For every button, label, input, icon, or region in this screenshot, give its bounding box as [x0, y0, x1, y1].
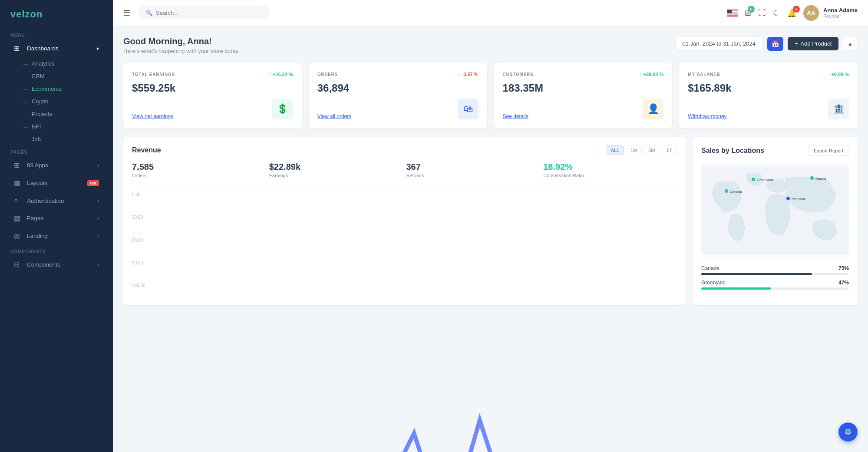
- gear-icon: ⚙: [845, 427, 851, 437]
- svg-point-13: [725, 189, 728, 193]
- avatar-initials: AA: [807, 10, 815, 16]
- user-avatar-button[interactable]: AA Anna Adame Founder: [803, 5, 858, 21]
- earnings-label: Earnings: [269, 173, 403, 178]
- stat-link-earnings[interactable]: View net earnings: [132, 113, 173, 119]
- location-name-greenland: Greenland: [701, 280, 726, 286]
- revenue-card: Revenue ALL 1M 6M 1Y 7,585 Orders $22.89…: [123, 137, 686, 305]
- svg-rect-5: [727, 14, 738, 15]
- stat-cards-grid: TOTAL EARNINGS ↑ +16.24 % $559.25k View …: [123, 63, 858, 128]
- location-stat-canada: Canada 75%: [701, 265, 849, 275]
- layouts-icon: ▦: [14, 179, 23, 187]
- dark-mode-icon[interactable]: ☾: [773, 8, 780, 18]
- revenue-chart: 120.00 90.00 60.00 30.00 0.00: [132, 192, 677, 297]
- pages-icon: ▤: [14, 214, 23, 222]
- sidebar-item-label: Authentication: [27, 198, 64, 204]
- sidebar-sub-crypto[interactable]: Crypto: [0, 95, 113, 108]
- world-map: Greenland Russia Canada Palestine: [701, 163, 849, 258]
- sidebar-item-apps[interactable]: ⊞ 88 Apps ›: [3, 157, 109, 174]
- location-stat-greenland: Greenland 47%: [701, 280, 849, 290]
- stat-value-orders: 36,894: [317, 82, 479, 94]
- menu-toggle-icon[interactable]: ☰: [123, 8, 130, 18]
- language-flag[interactable]: [727, 10, 738, 16]
- period-1y[interactable]: 1Y: [662, 145, 677, 155]
- revenue-stats: 7,585 Orders $22.89k Earnings 367 Refund…: [132, 162, 677, 185]
- stat-value-earnings: $559.25k: [132, 82, 293, 94]
- location-track-greenland: [701, 287, 849, 290]
- chevron-right-icon: ›: [97, 262, 99, 268]
- sidebar: velzon MENU ⊞ Dashboards ▾ Analytics CRM…: [0, 0, 113, 452]
- export-report-button[interactable]: Export Report: [808, 145, 849, 156]
- pages-section-label: PAGES: [0, 145, 113, 156]
- location-pct-greenland: 47%: [838, 280, 849, 286]
- sidebar-item-dashboards[interactable]: ⊞ Dashboards ▾: [3, 40, 109, 57]
- search-input[interactable]: [156, 10, 263, 16]
- stat-link-orders[interactable]: View all orders: [317, 113, 351, 119]
- apps-grid-icon[interactable]: ⊞ 5: [745, 8, 751, 18]
- svg-rect-6: [727, 15, 738, 16]
- user-role: Founder: [823, 13, 858, 19]
- settings-fab[interactable]: ⚙: [838, 422, 858, 442]
- logo: velzon: [0, 0, 113, 29]
- sidebar-item-components[interactable]: ⊟ Components ›: [3, 256, 109, 273]
- chart-y-axis: 120.00 90.00 60.00 30.00 0.00: [132, 192, 149, 288]
- expand-button[interactable]: ▲: [843, 37, 858, 51]
- sidebar-sub-crm[interactable]: CRM: [0, 70, 113, 82]
- location-fill-canada: [701, 273, 812, 275]
- stat-icon-earnings: 💲: [272, 99, 293, 119]
- date-range-text: 01 Jan, 2024 to 31 Jan, 2024: [683, 40, 756, 47]
- stat-label-balance: MY BALANCE: [688, 72, 720, 77]
- chevron-right-icon: ›: [97, 233, 99, 239]
- sidebar-sub-nft[interactable]: NFT: [0, 120, 113, 133]
- stat-value-customers: 183.35M: [503, 82, 664, 94]
- location-card: Sales by Locations Export Report: [693, 137, 858, 305]
- notifications-icon[interactable]: 🔔 3: [787, 8, 796, 18]
- sidebar-item-layouts[interactable]: ▦ Layouts Hot: [3, 175, 109, 191]
- components-icon: ⊟: [14, 261, 23, 269]
- page-title-block: Good Morning, Anna! Here's what's happen…: [123, 36, 240, 54]
- apps-badge: 5: [748, 6, 755, 13]
- sidebar-sub-projects[interactable]: Projects: [0, 108, 113, 120]
- stat-icon-balance: 🏦: [828, 99, 849, 119]
- period-1m[interactable]: 1M: [626, 145, 642, 155]
- sidebar-item-label: Layouts: [27, 180, 47, 186]
- rev-stat-earnings: $22.89k Earnings: [269, 162, 403, 178]
- chevron-right-icon: ›: [97, 215, 99, 221]
- dashboard-icon: ⊞: [14, 44, 23, 53]
- chevron-right-icon: ›: [97, 198, 99, 204]
- location-name-canada: Canada: [701, 265, 719, 271]
- sidebar-sub-analytics[interactable]: Analytics: [0, 57, 113, 70]
- svg-text:Greenland: Greenland: [757, 178, 773, 182]
- period-6m[interactable]: 6M: [644, 145, 660, 155]
- sidebar-item-landing[interactable]: ◎ Landing ›: [3, 228, 109, 244]
- user-info: Anna Adame Founder: [823, 7, 858, 19]
- location-title: Sales by Locations: [701, 147, 764, 155]
- fullscreen-icon[interactable]: ⛶: [758, 8, 766, 17]
- rev-stat-refunds: 367 Refunds: [406, 162, 540, 178]
- sidebar-item-label: Components: [27, 261, 60, 268]
- stat-link-balance[interactable]: Withdraw money: [688, 113, 726, 119]
- stat-link-customers[interactable]: See details: [503, 113, 528, 119]
- rev-stat-ratio: 18.92% Conversation Ratio: [543, 162, 677, 178]
- sidebar-sub-job[interactable]: Job: [0, 133, 113, 145]
- add-product-button[interactable]: + Add Product: [788, 37, 838, 50]
- components-section-label: COMPONENTS: [0, 245, 113, 256]
- earnings-value: $22.89k: [269, 162, 403, 172]
- menu-section-label: MENU: [0, 29, 113, 40]
- svg-point-9: [752, 178, 755, 181]
- apps-icon: ⊞: [14, 161, 23, 169]
- period-all[interactable]: ALL: [606, 145, 624, 155]
- plus-icon: +: [795, 40, 798, 47]
- stat-label-orders: ORDERS: [317, 72, 338, 77]
- stat-icon-customers: 👤: [643, 99, 663, 119]
- chevron-right-icon: ›: [97, 162, 99, 168]
- stat-badge-earnings: ↑ +16.24 %: [269, 72, 293, 77]
- sidebar-sub-ecommerce[interactable]: Ecommerce: [0, 82, 113, 95]
- calendar-button[interactable]: 📅: [767, 37, 783, 51]
- sidebar-item-pages[interactable]: ▤ Pages ›: [3, 210, 109, 227]
- search-box[interactable]: 🔍: [139, 7, 269, 19]
- orders-label: Orders: [132, 173, 266, 178]
- date-range-button[interactable]: 01 Jan, 2024 to 31 Jan, 2024: [675, 36, 763, 51]
- topbar: ☰ 🔍 ⊞ 5: [113, 0, 868, 26]
- stat-card-customers: CUSTOMERS ↑ +29.08 % 183.35M See details…: [494, 63, 673, 128]
- sidebar-item-authentication[interactable]: ○ Authentication ›: [3, 192, 109, 209]
